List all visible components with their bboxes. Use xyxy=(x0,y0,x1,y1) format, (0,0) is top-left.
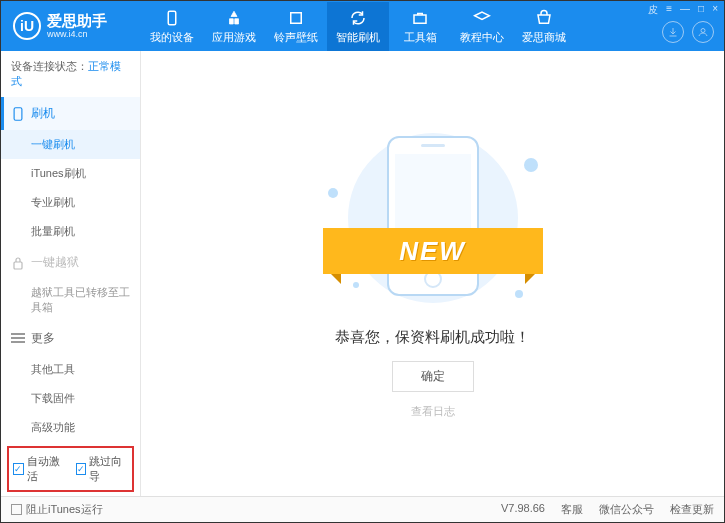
skin-button[interactable]: 皮 xyxy=(646,3,660,17)
app-url: www.i4.cn xyxy=(47,29,107,39)
auto-activate-checkbox[interactable]: ✓自动激活 xyxy=(13,454,66,484)
new-banner-text: NEW xyxy=(399,236,466,267)
sidebar-item-firmware[interactable]: 下载固件 xyxy=(1,384,140,413)
graduation-icon xyxy=(451,8,513,28)
nav-ringtone[interactable]: 铃声壁纸 xyxy=(265,2,327,51)
sidebar-item-advanced[interactable]: 高级功能 xyxy=(1,413,140,442)
window-controls: 皮 ≡ — □ × xyxy=(646,3,720,17)
sidebar-item-pro[interactable]: 专业刷机 xyxy=(1,188,140,217)
apps-icon xyxy=(203,8,265,28)
success-message: 恭喜您，保资料刷机成功啦！ xyxy=(335,328,530,347)
nav-my-device[interactable]: 我的设备 xyxy=(141,2,203,51)
nav-tutorial[interactable]: 教程中心 xyxy=(451,2,513,51)
svg-rect-1 xyxy=(291,12,302,23)
wechat-link[interactable]: 微信公众号 xyxy=(599,502,654,517)
nav-flash[interactable]: 智能刷机 xyxy=(327,2,389,51)
status-bar: 阻止iTunes运行 V7.98.66 客服 微信公众号 检查更新 xyxy=(1,496,724,522)
sidebar-item-oneclick[interactable]: 一键刷机 xyxy=(1,130,140,159)
svg-rect-2 xyxy=(414,15,426,23)
lock-icon xyxy=(11,256,25,270)
logo-area[interactable]: iU 爱思助手 www.i4.cn xyxy=(1,12,141,40)
toolbox-icon xyxy=(389,8,451,28)
minimize-button[interactable]: — xyxy=(678,3,692,17)
user-icon xyxy=(697,26,709,38)
version-label: V7.98.66 xyxy=(501,502,545,517)
sidebar-section-flash[interactable]: 刷机 xyxy=(1,97,140,130)
ok-button[interactable]: 确定 xyxy=(392,361,474,392)
main-content: NEW 恭喜您，保资料刷机成功啦！ 确定 查看日志 xyxy=(141,51,724,496)
skip-guide-checkbox[interactable]: ✓跳过向导 xyxy=(76,454,129,484)
menu-icon xyxy=(11,333,25,343)
sidebar-section-jailbreak[interactable]: 一键越狱 xyxy=(1,246,140,279)
main-nav: 我的设备 应用游戏 铃声壁纸 智能刷机 工具箱 教程中心 爱思商城 xyxy=(141,2,724,51)
app-window: iU 爱思助手 www.i4.cn 我的设备 应用游戏 铃声壁纸 智能刷机 工具… xyxy=(0,0,725,523)
download-icon xyxy=(667,26,679,38)
sidebar-section-more[interactable]: 更多 xyxy=(1,322,140,355)
block-itunes-checkbox[interactable] xyxy=(11,504,22,515)
download-button[interactable] xyxy=(662,21,684,43)
kefu-link[interactable]: 客服 xyxy=(561,502,583,517)
refresh-icon xyxy=(327,8,389,28)
phone-icon xyxy=(11,107,25,121)
svg-rect-4 xyxy=(14,107,22,119)
svg-point-3 xyxy=(701,29,705,33)
connection-status: 设备连接状态：正常模式 xyxy=(1,51,140,97)
sidebar-item-batch[interactable]: 批量刷机 xyxy=(1,217,140,246)
logo-icon: iU xyxy=(13,12,41,40)
close-button[interactable]: × xyxy=(710,3,720,17)
view-log-link[interactable]: 查看日志 xyxy=(411,404,455,419)
options-row: ✓自动激活 ✓跳过向导 xyxy=(7,446,134,492)
nav-toolbox[interactable]: 工具箱 xyxy=(389,2,451,51)
sidebar: 设备连接状态：正常模式 刷机 一键刷机 iTunes刷机 专业刷机 批量刷机 一… xyxy=(1,51,141,496)
jailbreak-note: 越狱工具已转移至工具箱 xyxy=(1,279,140,322)
nav-store[interactable]: 爱思商城 xyxy=(513,2,575,51)
block-itunes-label: 阻止iTunes运行 xyxy=(26,502,103,517)
wallpaper-icon xyxy=(265,8,327,28)
sidebar-item-other[interactable]: 其他工具 xyxy=(1,355,140,384)
nav-apps[interactable]: 应用游戏 xyxy=(203,2,265,51)
success-illustration: NEW xyxy=(323,128,543,308)
sidebar-item-itunes[interactable]: iTunes刷机 xyxy=(1,159,140,188)
store-icon xyxy=(513,8,575,28)
svg-rect-0 xyxy=(168,11,176,25)
update-link[interactable]: 检查更新 xyxy=(670,502,714,517)
header-right-buttons xyxy=(662,21,714,43)
phone-icon xyxy=(141,8,203,28)
svg-rect-5 xyxy=(14,262,22,269)
maximize-button[interactable]: □ xyxy=(696,3,706,17)
app-title: 爱思助手 xyxy=(47,13,107,30)
menu-button[interactable]: ≡ xyxy=(664,3,674,17)
titlebar: iU 爱思助手 www.i4.cn 我的设备 应用游戏 铃声壁纸 智能刷机 工具… xyxy=(1,1,724,51)
user-button[interactable] xyxy=(692,21,714,43)
